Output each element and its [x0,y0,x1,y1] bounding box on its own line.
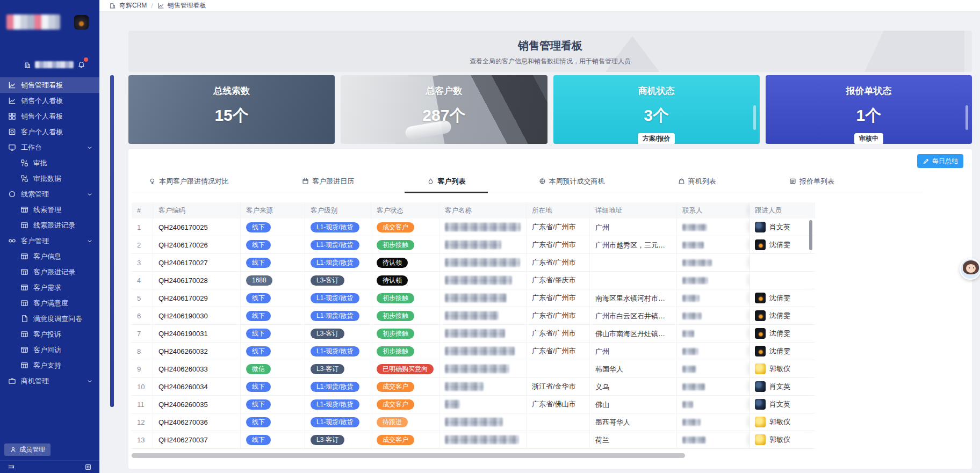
sidebar-item-14[interactable]: 客户满意度 [0,295,99,311]
sidebar-item-17[interactable]: 客户回访 [0,342,99,358]
table-row[interactable]: 12QH2406270036线下L1-现货/散货待跟进墨西哥华人郭敏仪 [132,413,815,431]
sidebar-item-6[interactable]: 审批数据 [0,171,99,186]
cell-customer-status: 待认领 [371,272,439,289]
sidebar-item-15[interactable]: 满意度调查问卷 [0,311,99,326]
tab-label: 本周预计成交商机 [549,177,605,186]
sidebar-item-2[interactable]: 销售个人看板 [0,108,99,124]
source-pill: 1688 [246,275,272,286]
cell-region [527,360,590,377]
redacted-customer-name [445,241,501,249]
cell-customer-level: L1-现货/散货 [305,236,371,253]
sidebar-item-16[interactable]: 客户投诉 [0,326,99,342]
table-icon [20,283,28,292]
table-vertical-scrollbar[interactable] [809,220,812,250]
table-row[interactable]: 10QH2406260034线下L1-现货/散货成交客户浙江省/金华市义乌肖文英 [132,378,815,396]
table-header-row: #客户编码客户来源客户级别客户状态客户名称所在地详细地址联系人跟进人员 [132,202,815,219]
tab-4[interactable]: 商机列表 [671,175,724,193]
table-row[interactable]: 2QH2406170026线下L1-现货/散货初步接触广东省/广州市广州市越秀区… [132,236,815,254]
tab-3[interactable]: 本周预计成交商机 [531,175,612,193]
main-panel: 每日总结 本周客户跟进情况对比客户跟进日历客户列表本周预计成交商机商机列表报价单… [128,149,972,469]
sidebar-item-9[interactable]: 线索跟进记录 [0,217,99,233]
table-row[interactable]: 11QH2406260035线下L1-现货/散货成交客户广东省/佛山市佛山肖文英 [132,396,815,413]
sidebar-item-19[interactable]: 商机管理 [0,373,99,389]
sidebar-item-3[interactable]: 客户个人看板 [0,124,99,140]
follower-avatar [755,417,766,427]
sidebar-item-8[interactable]: 线索管理 [0,202,99,217]
level-pill: L1-现货/散货 [311,382,359,392]
level-pill: L1-现货/散货 [311,258,359,268]
cell-index: 12 [132,413,153,431]
level-pill: L1-现货/散货 [311,346,359,356]
sidebar-item-1[interactable]: 销售个人看板 [0,93,99,108]
tab-5[interactable]: 报价单列表 [782,175,842,193]
cell-customer-code: QH2406170027 [153,254,241,271]
cell-customer-source: 微信 [241,360,305,377]
cell-customer-source: 线下 [241,396,305,413]
card-mini-scrollbar[interactable] [965,105,968,130]
sidebar-item-label: 商机管理 [21,376,49,386]
card-mini-scrollbar[interactable] [753,105,756,130]
breadcrumb-app[interactable]: 奇辉CRM [119,1,147,10]
sidebar-item-13[interactable]: 客户需求 [0,280,99,295]
cell-contact [677,325,750,342]
tab-2[interactable]: 客户列表 [420,175,473,193]
cell-customer-source: 线下 [241,236,305,253]
source-pill: 线下 [246,417,271,427]
stat-card-1[interactable]: 总客户数287个 [341,75,547,144]
redacted-contact [682,383,705,390]
daily-summary-button[interactable]: 每日总结 [917,154,963,168]
table-row[interactable]: 3QH2406170027线下L1-现货/散货待认领广东省/广州市 [132,254,815,272]
sidebar-item-12[interactable]: 客户跟进记录 [0,264,99,280]
cell-customer-level: L1-现货/散货 [305,378,371,395]
tab-0[interactable]: 本周客户跟进情况对比 [141,175,236,193]
table-row[interactable]: 8QH2406260032线下L1-现货/散货初步接触广东省/广州市广州沈倩雯 [132,343,815,360]
table-row[interactable]: 6QH2406190030线下L1-现货/散货初步接触广东省/广州市广州市白云区… [132,307,815,325]
widget-icon [8,128,16,136]
cell-address: 广州 [590,343,677,360]
table-horizontal-scrollbar[interactable] [132,453,685,458]
table-row[interactable]: 9QH2406260033微信L3-客订已明确购买意向韩国华人郭敏仪 [132,360,815,378]
tab-1[interactable]: 客户跟进日历 [294,175,362,193]
follower: 沈倩雯 [755,310,790,321]
follower: 郭敏仪 [755,363,790,374]
stat-card-2[interactable]: 商机状态3个方案/报价 [553,75,760,144]
sidebar-item-10[interactable]: 客户管理 [0,233,99,249]
cell-follower: 郭敏仪 [750,360,815,377]
company-name-redacted [35,61,74,68]
cell-follower: 沈倩雯 [750,343,815,360]
sidebar-item-0[interactable]: 销售管理看板 [0,77,99,93]
daily-summary-label: 每日总结 [932,157,958,166]
sidebar-item-5[interactable]: 审批 [0,155,99,171]
table-row[interactable]: 4QH24061700281688L3-客订待认领广东省/肇庆市 [132,272,815,289]
table-row[interactable]: 5QH2406170029线下L1-现货/散货初步接触广东省/广州市南海区里水镇… [132,289,815,307]
sidebar-item-18[interactable]: 客户支持 [0,358,99,373]
member-management-button[interactable]: 成员管理 [4,443,51,456]
redacted-customer-name [445,435,519,444]
collapse-menu-icon[interactable] [8,463,15,471]
cell-customer-source: 线下 [241,343,305,360]
cell-address: 广州市白云区石井镇环窖工… [590,307,677,324]
sidebar-item-label: 线索管理 [33,205,61,215]
company-row[interactable] [24,61,85,69]
table-row[interactable]: 1QH2406170025线下L1-现货/散货成交客户广东省/广州市广州肖文英 [132,219,815,236]
table-row[interactable]: 13QH2406270037线下L3-客订成交客户荷兰郭敏仪 [132,431,815,449]
vertical-accent-scrollbar[interactable] [110,75,114,407]
assistant-eye [973,267,974,268]
column-header-7: 详细地址 [590,202,677,219]
stat-card-3[interactable]: 报价单状态1个审核中 [766,75,972,144]
cell-contact [677,289,750,307]
home-building-icon [109,2,116,9]
sidebar-item-11[interactable]: 客户信息 [0,249,99,264]
stat-card-0[interactable]: 总线索数15个 [128,75,335,144]
stat-card-value: 3个 [553,105,760,127]
cell-address: 广州市越秀区，三元里瑶台… [590,236,677,253]
bag-icon [678,178,685,185]
layout-toggle-icon[interactable] [84,463,92,471]
table-body: 1QH2406170025线下L1-现货/散货成交客户广东省/广州市广州肖文英2… [132,219,815,449]
sidebar-item-label: 客户投诉 [33,330,61,339]
assistant-avatar[interactable] [960,258,980,280]
sidebar-item-4[interactable]: 工作台 [0,140,99,155]
notification-bell[interactable] [77,61,85,69]
sidebar-item-7[interactable]: 线索管理 [0,186,99,202]
table-row[interactable]: 7QH2406190031线下L3-客订初步接触广东省/广州市佛山市南海区丹灶镇… [132,325,815,343]
